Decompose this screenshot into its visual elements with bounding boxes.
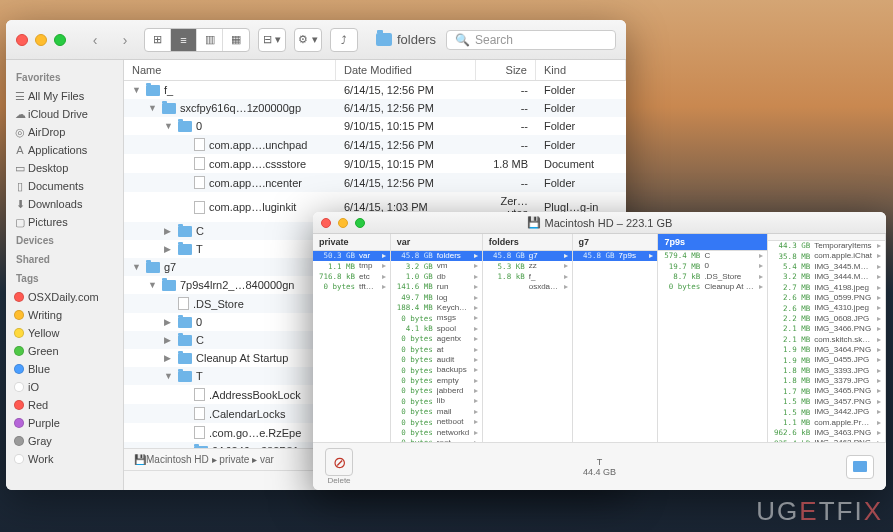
zoom-button[interactable] — [355, 218, 365, 228]
close-button[interactable] — [16, 34, 28, 46]
analyzer-row[interactable]: 0 bytesat▸ — [391, 345, 482, 355]
minimize-button[interactable] — [35, 34, 47, 46]
analyzer-row[interactable]: 0 bytesnetworkd▸ — [391, 428, 482, 438]
file-row[interactable]: com.app….unchpad6/14/15, 12:56 PM--Folde… — [124, 135, 626, 154]
analyzer-row[interactable]: 1.1 MBtmp▸ — [313, 261, 390, 271]
analyzer-row[interactable]: 1.0 GBdb▸ — [391, 272, 482, 282]
file-row[interactable]: com.app….cssstore9/10/15, 10:15 PM1.8 MB… — [124, 154, 626, 173]
analyzer-row[interactable]: 45.8 GBfolders▸ — [391, 251, 482, 261]
sidebar-tag[interactable]: iO — [6, 378, 123, 396]
disclosure-icon[interactable]: ▶ — [164, 353, 174, 363]
sidebar-item[interactable]: AApplications — [6, 141, 123, 159]
analyzer-row[interactable]: 19.7 MB0▸ — [658, 261, 767, 271]
analyzer-row[interactable]: 1.8 MBIMG_3393.JPG▸ — [768, 366, 885, 376]
analyzer-row[interactable]: 1.1 MBcom.apple.Previe▸ — [768, 418, 885, 428]
analyzer-row[interactable]: 45.8 GB7p9s▸ — [573, 251, 658, 261]
minimize-button[interactable] — [338, 218, 348, 228]
file-row[interactable]: ▼09/10/15, 10:15 PM--Folder — [124, 117, 626, 135]
sidebar-item[interactable]: ⬇Downloads — [6, 195, 123, 213]
analyzer-row[interactable]: 188.4 MBKeychains▸ — [391, 303, 482, 313]
analyzer-row[interactable]: 4.1 kBspool▸ — [391, 324, 482, 334]
disclosure-icon[interactable]: ▶ — [164, 335, 174, 345]
disclosure-icon[interactable]: ▼ — [164, 121, 174, 131]
action-button[interactable]: ⚙ ▾ — [294, 28, 322, 52]
analyzer-row[interactable]: 0 bytesbackups▸ — [391, 365, 482, 375]
analyzer-row[interactable]: 2.1 MBcom.skitch.sketch▸ — [768, 335, 885, 345]
file-row[interactable]: com.app….ncenter6/14/15, 12:56 PM--Folde… — [124, 173, 626, 192]
analyzer-row[interactable]: 0 bytestftpboot▸ — [313, 282, 390, 292]
analyzer-row[interactable]: 2.6 MBIMG_4310.jpeg▸ — [768, 303, 885, 313]
sidebar-tag[interactable]: Writing — [6, 306, 123, 324]
analyzer-row[interactable]: 1.5 MBIMG_3457.PNG▸ — [768, 397, 885, 407]
analyzer-row[interactable]: osxdaily.com▸ — [483, 282, 572, 292]
disclosure-icon[interactable]: ▼ — [132, 262, 142, 272]
sidebar-tag[interactable]: Green — [6, 342, 123, 360]
sidebar-tag[interactable]: Yellow — [6, 324, 123, 342]
analyzer-row[interactable]: 2.2 MBIMG_0608.JPG▸ — [768, 314, 885, 324]
share-button[interactable]: ⤴ — [330, 28, 358, 52]
column-view-button[interactable]: ▥ — [197, 29, 223, 51]
sidebar-tag[interactable]: Red — [6, 396, 123, 414]
icon-view-button[interactable]: ⊞ — [145, 29, 171, 51]
analyzer-row[interactable]: 45.8 GBg7▸ — [483, 251, 572, 261]
analyzer-row[interactable]: 0 bytesmsgs▸ — [391, 313, 482, 323]
file-row[interactable]: ▼f_6/14/15, 12:56 PM--Folder — [124, 81, 626, 99]
reveal-button[interactable] — [846, 455, 874, 479]
sidebar-tag[interactable]: Gray — [6, 432, 123, 450]
analyzer-row[interactable]: 49.7 MBlog▸ — [391, 293, 482, 303]
sidebar-tag[interactable]: OSXDaily.com — [6, 288, 123, 306]
analyzer-row[interactable]: 1.8 MBIMG_3379.JPG▸ — [768, 376, 885, 386]
disclosure-icon[interactable]: ▼ — [148, 103, 158, 113]
search-input[interactable]: 🔍 Search — [446, 30, 616, 50]
analyzer-row[interactable]: 0 bytesempty▸ — [391, 376, 482, 386]
coverflow-view-button[interactable]: ▦ — [223, 29, 249, 51]
analyzer-row[interactable]: 5.3 KBzz▸ — [483, 261, 572, 271]
sidebar-item[interactable]: ▭Desktop — [6, 159, 123, 177]
sidebar-tag[interactable]: Work — [6, 450, 123, 468]
sidebar-tag[interactable]: Purple — [6, 414, 123, 432]
back-button[interactable]: ‹ — [84, 30, 106, 50]
analyzer-row[interactable]: 0 byteslib▸ — [391, 396, 482, 406]
delete-button[interactable]: ⊘ — [325, 448, 353, 476]
zoom-button[interactable] — [54, 34, 66, 46]
list-view-button[interactable]: ≡ — [171, 29, 197, 51]
arrange-button[interactable]: ⊟ ▾ — [258, 28, 286, 52]
analyzer-row[interactable]: 1.5 MBIMG_3442.JPG▸ — [768, 407, 885, 417]
col-kind[interactable]: Kind — [536, 60, 626, 80]
analyzer-row[interactable]: 3.2 GBvm▸ — [391, 261, 482, 271]
analyzer-row[interactable]: 2.6 MBIMG_0599.PNG▸ — [768, 293, 885, 303]
forward-button[interactable]: › — [114, 30, 136, 50]
disclosure-icon[interactable]: ▼ — [148, 280, 158, 290]
analyzer-row[interactable]: 0 bytesagentx▸ — [391, 334, 482, 344]
analyzer-row[interactable]: 35.8 MBcom.apple.iChat▸ — [768, 251, 885, 261]
disclosure-icon[interactable]: ▶ — [164, 317, 174, 327]
sidebar-tag[interactable]: Blue — [6, 360, 123, 378]
analyzer-row[interactable]: 8.7 kB.DS_Store▸ — [658, 272, 767, 282]
sidebar-item[interactable]: ☰All My Files — [6, 87, 123, 105]
col-name[interactable]: Name — [124, 60, 336, 80]
analyzer-row[interactable]: 0 bytesjabberd▸ — [391, 386, 482, 396]
file-row[interactable]: ▼sxcfpy616q…1z00000gp6/14/15, 12:56 PM--… — [124, 99, 626, 117]
analyzer-row[interactable]: 2.1 MBIMG_3466.PNG▸ — [768, 324, 885, 334]
analyzer-row[interactable]: 141.6 MBrun▸ — [391, 282, 482, 292]
close-button[interactable] — [321, 218, 331, 228]
sidebar-item[interactable]: ▯Documents — [6, 177, 123, 195]
col-size[interactable]: Size — [476, 60, 536, 80]
disclosure-icon[interactable]: ▼ — [132, 85, 142, 95]
sidebar-item[interactable]: ▢Pictures — [6, 213, 123, 231]
analyzer-row[interactable]: 0 bytesaudit▸ — [391, 355, 482, 365]
analyzer-row[interactable]: 1.7 MBIMG_3465.PNG▸ — [768, 386, 885, 396]
sidebar-item[interactable]: ☁iCloud Drive — [6, 105, 123, 123]
analyzer-row[interactable]: 716.8 kBetc▸ — [313, 272, 390, 282]
analyzer-row[interactable]: 1.9 MBIMG_3464.PNG▸ — [768, 345, 885, 355]
analyzer-row[interactable]: 3.2 MBIMG_3444.MOV.m▸ — [768, 272, 885, 282]
disclosure-icon[interactable]: ▶ — [164, 226, 174, 236]
analyzer-row[interactable]: 0 bytesCleanup At Startup▸ — [658, 282, 767, 292]
analyzer-row[interactable]: 5.4 MBIMG_3445.MOV.m▸ — [768, 262, 885, 272]
col-date[interactable]: Date Modified — [336, 60, 476, 80]
analyzer-row[interactable]: 1.9 MBIMG_0455.JPG▸ — [768, 355, 885, 365]
sidebar-item[interactable]: ◎AirDrop — [6, 123, 123, 141]
disclosure-icon[interactable]: ▶ — [164, 244, 174, 254]
analyzer-row[interactable]: 0 bytesnetboot▸ — [391, 417, 482, 427]
analyzer-row[interactable]: 579.4 MBC▸ — [658, 251, 767, 261]
